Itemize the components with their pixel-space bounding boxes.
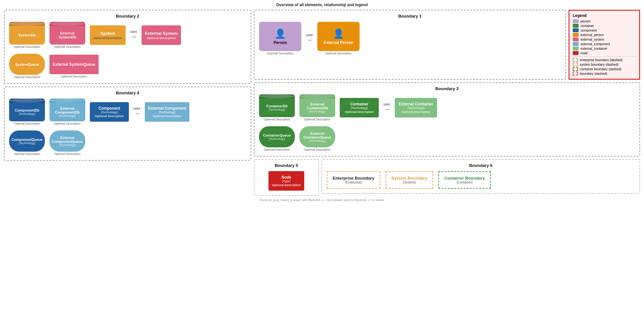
ext-cont-db-desc: Optional Description: [304, 118, 330, 121]
legend-color-person: [573, 19, 579, 23]
cont-desc: Optional Description: [345, 110, 374, 114]
legend-dashed-boundary: boundary (dashed): [573, 72, 636, 75]
boundary-6: Boundary 6 Enterprise Boundary [Enterpri…: [322, 159, 640, 194]
arrow-icon-b1: →: [307, 37, 312, 44]
ext-comp-db-desc: Optional Description: [54, 122, 80, 125]
ext-component-box: External Component [Technology] Optional…: [145, 102, 189, 122]
ext-system-name: External System: [145, 31, 178, 36]
ext-comp-db-name: External ComponentDb: [51, 106, 83, 114]
system-db-desc: Optional Description: [14, 45, 40, 48]
system-boundary-label: System Boundary: [391, 176, 428, 181]
legend-item-node: node: [573, 51, 636, 55]
legend-item-container: container: [573, 24, 636, 28]
uses-arrow-b1: uses →: [306, 33, 313, 44]
boundary-5-title: Boundary 5: [259, 163, 314, 168]
system-db: SystemDb Optional Description: [9, 22, 45, 48]
uses-arrow-4: uses →: [133, 107, 140, 117]
system-queue-name: SystemQueue: [15, 62, 39, 66]
cont-queue-name: ContainerQueue: [263, 133, 291, 137]
comp-desc: Optional Description: [95, 115, 124, 118]
ext-person-name: External Person: [323, 40, 353, 45]
legend-label-person: person: [581, 20, 591, 23]
external-system-db: External SystemDb Optional Description: [49, 22, 85, 48]
uses-arrow-b3: uses →: [383, 102, 390, 113]
ext-sysq-name: External SystemQueue: [53, 62, 95, 67]
legend-item-person: person: [573, 19, 636, 23]
boundary-4: Boundary 4 ComponentDb [Technology] Opti…: [4, 87, 251, 161]
ext-container-db: External ContainerDb [Technology] Option…: [299, 94, 335, 121]
container-boundary-element: Container Boundary [Container]: [438, 171, 491, 189]
arrow-icon-4: →: [134, 110, 140, 117]
cont-tech: [Technology]: [351, 106, 368, 110]
boundary-2-title: Boundary 2: [9, 14, 246, 19]
enterprise-boundary-sub: [Enterprise]: [333, 181, 375, 184]
component-box: Component [Technology] Optional Descript…: [90, 102, 129, 122]
legend-label-component: component: [581, 29, 596, 32]
boundary-1: Boundary 1 👤 Person Optional Description…: [254, 10, 566, 80]
cont-db-name: ContainerDb: [266, 104, 288, 108]
legend-item-ext-person: external_person: [573, 33, 636, 37]
external-person-element: 👤 External Person Optional Description: [317, 22, 360, 55]
boundary2-row2: SystemQueue Optional Description Externa…: [9, 54, 246, 79]
boundary-2: Boundary 2 SystemDb Optional Description…: [4, 10, 251, 84]
ext-system-desc: Optional Description: [147, 36, 176, 40]
person-element: 👤 Person Optional Description: [259, 22, 301, 55]
comp-db-desc: Optional Description: [14, 122, 40, 125]
ext-person-desc: Optional Description: [325, 52, 352, 55]
ext-person-icon: 👤: [333, 28, 344, 39]
legend-dashed-system: system boundary (dashed): [573, 62, 636, 66]
node-name: Node: [281, 175, 291, 180]
cont-name: Container: [350, 102, 368, 106]
person-name: Person: [274, 40, 287, 45]
boundary3-row2: ContainerQueue [Technology] Optional Des…: [259, 126, 635, 151]
system-boundary-sub: [System]: [391, 181, 428, 184]
legend-item-ext-container: external_container: [573, 47, 636, 50]
comp-queue-name: ComponentQueue: [11, 138, 42, 142]
system-desc: Optional Description: [93, 36, 122, 40]
comp-db-name: ComponentDb: [15, 108, 39, 112]
system-box: System Optional Description: [90, 25, 126, 45]
ext-cont-db-name: External ContainerDb: [301, 102, 333, 110]
legend-label-container: container: [581, 24, 594, 28]
ext-system-db-name: External SystemDb: [51, 31, 83, 39]
boundary1-row: 👤 Person Optional Description uses → 👤: [259, 22, 561, 55]
ext-system-db-desc: Optional Description: [54, 45, 80, 48]
legend-title: Legend: [573, 13, 636, 18]
legend-dashed-enterprise: enterprise boundary (dashed): [573, 58, 636, 62]
ext-cont-queue-tech: [Technology]: [309, 139, 326, 142]
legend-color-ext-component: [573, 42, 579, 46]
footer: theme cb_qual_Paired_9 drawn with PlantU…: [0, 197, 644, 203]
cont-queue-tech: [Technology]: [269, 137, 285, 141]
container-queue: ContainerQueue [Technology] Optional Des…: [259, 126, 295, 151]
legend-color-ext-container: [573, 47, 579, 50]
comp-queue-desc: Optional Description: [14, 152, 40, 156]
system-queue-desc: Optional Description: [14, 75, 40, 79]
ext-component-queue: External ComponentQueue [Technology] Opt…: [49, 130, 85, 156]
uses-label-b1: uses: [306, 33, 313, 37]
uses-label-1: uses: [130, 30, 137, 34]
node-desc: Optional Description: [272, 183, 301, 187]
boundary-3: Boundary 3 ContainerDb [Technology] Opti…: [254, 82, 640, 156]
legend-dashed-container: container boundary (dashed): [573, 67, 636, 71]
enterprise-boundary-element: Enterprise Boundary [Enterprise]: [327, 171, 380, 189]
legend-label-node: node: [581, 51, 588, 55]
person-desc: Optional Description: [267, 52, 293, 55]
boundary-3-title: Boundary 3: [259, 86, 635, 91]
ext-sysq-desc: Optional Description: [61, 75, 87, 78]
legend-label-ext-container: external_container: [581, 47, 607, 50]
legend-item-component: component: [573, 28, 636, 32]
comp-queue-tech: [Technology]: [19, 142, 35, 145]
component-queue: ComponentQueue [Technology] Optional Des…: [9, 130, 45, 156]
bottom-row: Boundary 5 Node [Type] Optional Descript…: [254, 159, 640, 196]
boundary-6-title: Boundary 6: [327, 163, 635, 168]
ext-cont-name: External Container: [399, 102, 433, 106]
boundary-5: Boundary 5 Node [Type] Optional Descript…: [254, 159, 319, 196]
system-name: System: [100, 31, 115, 36]
legend-box: Legend person container component extern…: [569, 10, 640, 80]
arrow-icon-b3: →: [384, 106, 390, 113]
system-db-name: SystemDb: [18, 33, 36, 37]
ext-comp-queue-desc: Optional Description: [54, 152, 80, 156]
node-type: [Type]: [282, 180, 291, 183]
ext-container-box: External Container [Technology] Optional…: [395, 98, 437, 117]
ext-comp-name: External Component: [148, 106, 186, 111]
